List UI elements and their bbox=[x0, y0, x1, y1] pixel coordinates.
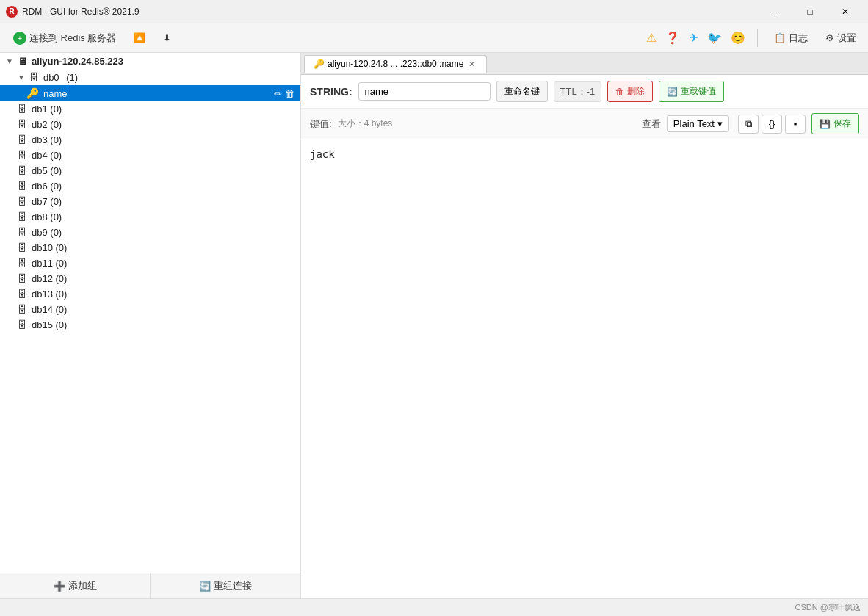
reconnect-button[interactable]: 🔄 重组连接 bbox=[151, 573, 300, 598]
db3-item[interactable]: 🗄 db3 (0) bbox=[0, 132, 300, 148]
export-button[interactable]: ⬇ bbox=[157, 29, 177, 46]
value-toolbar: 键值: 大小：4 bytes 查看 Plain Text ▾ ⧉ {} bbox=[301, 109, 868, 139]
smile-icon: 😊 bbox=[731, 31, 745, 45]
reconnect-icon: 🔄 bbox=[199, 581, 211, 592]
format-value-button[interactable]: {} bbox=[762, 115, 782, 134]
db8-item[interactable]: 🗄 db8 (0) bbox=[0, 209, 300, 225]
key-name-item[interactable]: 🔑 name ✏ 🗑 bbox=[0, 85, 300, 101]
maximize-button[interactable]: □ bbox=[793, 0, 827, 23]
db14-name: db14 (0) bbox=[32, 304, 67, 315]
db8-name: db8 (0) bbox=[32, 211, 62, 222]
db9-icon: 🗄 bbox=[18, 227, 27, 238]
db5-name: db5 (0) bbox=[32, 165, 62, 176]
delete-key-icon[interactable]: 🗑 bbox=[285, 88, 294, 99]
copy-value-button[interactable]: ⧉ bbox=[738, 115, 759, 134]
db6-name: db6 (0) bbox=[32, 181, 62, 192]
key-editor: STRING: 重命名键 TTL：-1 🗑 删除 🔄 重载键值 键值: bbox=[301, 75, 868, 598]
delete-icon: 🗑 bbox=[615, 87, 624, 97]
view-actions: ⧉ {} ▪ bbox=[738, 115, 806, 134]
connect-button[interactable]: + 连接到 Redis 服务器 bbox=[7, 29, 122, 48]
db12-name: db12 (0) bbox=[32, 273, 67, 284]
save-button[interactable]: 💾 保存 bbox=[811, 113, 859, 134]
key-type-label: STRING: bbox=[310, 86, 352, 98]
db5-item[interactable]: 🗄 db5 (0) bbox=[0, 163, 300, 178]
toolbar: + 连接到 Redis 服务器 🔼 ⬇ ⚠ ❓ ✈ 🐦 😊 📋 日志 ⚙ 设置 bbox=[0, 23, 868, 53]
db15-name: db15 (0) bbox=[32, 319, 67, 330]
db15-item[interactable]: 🗄 db15 (0) bbox=[0, 317, 300, 333]
settings-button[interactable]: ⚙ 设置 bbox=[821, 29, 861, 48]
value-textarea[interactable]: jack bbox=[301, 139, 868, 598]
db10-name: db10 (0) bbox=[32, 242, 67, 253]
db5-icon: 🗄 bbox=[18, 165, 27, 176]
key-name-input[interactable] bbox=[358, 82, 491, 101]
db4-item[interactable]: 🗄 db4 (0) bbox=[0, 148, 300, 163]
db0-arrow: ▼ bbox=[18, 73, 25, 81]
server-item[interactable]: ▼ 🖥 aliyun-120.24.85.223 bbox=[0, 53, 300, 70]
tab-key-icon: 🔑 bbox=[314, 59, 325, 69]
status-bar: CSDN @寒叶飘逸 bbox=[0, 598, 868, 616]
key-item-actions: ✏ 🗑 bbox=[274, 88, 294, 99]
db4-name: db4 (0) bbox=[32, 150, 62, 161]
delete-button[interactable]: 🗑 删除 bbox=[607, 81, 653, 102]
log-icon: 📋 bbox=[774, 32, 786, 43]
view-mode-select[interactable]: Plain Text ▾ bbox=[667, 115, 729, 132]
connect-icon: + bbox=[13, 32, 26, 45]
db4-icon: 🗄 bbox=[18, 150, 27, 161]
edit-key-icon[interactable]: ✏ bbox=[274, 88, 282, 99]
db11-name: db11 (0) bbox=[32, 258, 67, 269]
reload-button[interactable]: 🔄 重载键值 bbox=[659, 81, 724, 102]
value-editor-area: jack bbox=[301, 139, 868, 598]
db14-item[interactable]: 🗄 db14 (0) bbox=[0, 302, 300, 317]
db10-icon: 🗄 bbox=[18, 242, 27, 253]
app-icon: R bbox=[6, 6, 18, 18]
db11-item[interactable]: 🗄 db11 (0) bbox=[0, 256, 300, 271]
view-label: 查看 bbox=[642, 117, 661, 131]
db9-name: db9 (0) bbox=[32, 227, 62, 238]
db9-item[interactable]: 🗄 db9 (0) bbox=[0, 225, 300, 240]
key-toolbar: STRING: 重命名键 TTL：-1 🗑 删除 🔄 重载键值 bbox=[301, 75, 868, 109]
db0-item[interactable]: ▼ 🗄 db0 (1) bbox=[0, 70, 300, 85]
server-icon: 🖥 bbox=[18, 56, 27, 67]
tab-item[interactable]: 🔑 aliyun-120.24.8 ... .223::db0::name ✕ bbox=[304, 55, 487, 73]
help-icon: ❓ bbox=[665, 31, 680, 45]
db7-item[interactable]: 🗄 db7 (0) bbox=[0, 194, 300, 209]
db13-item[interactable]: 🗄 db13 (0) bbox=[0, 286, 300, 302]
db0-name: db0 bbox=[43, 72, 59, 83]
close-button[interactable]: ✕ bbox=[828, 0, 862, 23]
minify-value-button[interactable]: ▪ bbox=[785, 115, 806, 134]
minimize-button[interactable]: — bbox=[758, 0, 792, 23]
tab-close-button[interactable]: ✕ bbox=[466, 59, 477, 70]
db1-item[interactable]: 🗄 db1 (0) bbox=[0, 101, 300, 117]
format-icon: {} bbox=[769, 118, 775, 129]
db3-name: db3 (0) bbox=[32, 134, 62, 145]
main-panel: 🔑 aliyun-120.24.8 ... .223::db0::name ✕ … bbox=[301, 53, 868, 598]
db6-item[interactable]: 🗄 db6 (0) bbox=[0, 178, 300, 194]
gear-icon: ⚙ bbox=[825, 32, 834, 43]
db1-icon: 🗄 bbox=[18, 104, 27, 115]
db12-item[interactable]: 🗄 db12 (0) bbox=[0, 271, 300, 286]
tab-bar: 🔑 aliyun-120.24.8 ... .223::db0::name ✕ bbox=[301, 53, 868, 75]
minify-icon: ▪ bbox=[794, 118, 798, 129]
add-group-button[interactable]: ➕ 添加组 bbox=[0, 573, 151, 598]
db2-icon: 🗄 bbox=[18, 119, 27, 130]
key-name-label: name bbox=[43, 88, 68, 99]
reload-icon: 🔄 bbox=[667, 87, 678, 97]
db15-icon: 🗄 bbox=[18, 319, 27, 330]
copy-icon: ⧉ bbox=[745, 118, 752, 130]
import-icon: 🔼 bbox=[134, 32, 145, 43]
export-icon: ⬇ bbox=[163, 32, 171, 43]
tab-title: aliyun-120.24.8 ... .223::db0::name bbox=[328, 59, 463, 69]
window-controls: — □ ✕ bbox=[758, 0, 862, 23]
import-button[interactable]: 🔼 bbox=[128, 29, 151, 46]
db10-item[interactable]: 🗄 db10 (0) bbox=[0, 240, 300, 256]
value-label: 键值: bbox=[310, 117, 332, 131]
db2-item[interactable]: 🗄 db2 (0) bbox=[0, 117, 300, 132]
save-icon: 💾 bbox=[820, 119, 831, 129]
toolbar-right: ⚠ ❓ ✈ 🐦 😊 📋 日志 ⚙ 设置 bbox=[646, 29, 861, 48]
rename-button[interactable]: 重命名键 bbox=[496, 81, 548, 102]
sidebar-tree: ▼ 🖥 aliyun-120.24.85.223 ▼ 🗄 db0 (1) 🔑 n… bbox=[0, 53, 300, 573]
db7-name: db7 (0) bbox=[32, 196, 62, 207]
db2-name: db2 (0) bbox=[32, 119, 62, 130]
db8-icon: 🗄 bbox=[18, 211, 27, 222]
log-button[interactable]: 📋 日志 bbox=[770, 29, 812, 48]
